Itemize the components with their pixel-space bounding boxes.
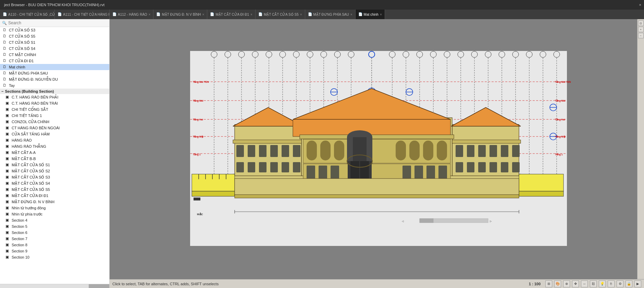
paint-button[interactable]: 🎨 [554, 280, 561, 287]
settings-button[interactable]: ⚙ [617, 280, 623, 287]
sidebar-item-section-6[interactable]: ▣ Section 6 [0, 230, 109, 236]
sidebar-item-ct-hang-rao-trai[interactable]: ▣ C.T. HÀNG RÀO BÊN TRÁI [0, 100, 109, 106]
svg-rect-100 [402, 166, 411, 180]
section-icon: ▣ [5, 169, 10, 173]
sidebar-item-ct-hang-rao-ngoai[interactable]: ▣ CT HÀNG RÀO BÊN NGOÀI [0, 125, 109, 131]
section-icon: ▣ [5, 150, 10, 155]
zoom-in-button[interactable]: + [638, 27, 644, 32]
target-button[interactable]: ⊕ [563, 280, 570, 287]
sidebar-item-nhin-tu-phia-truoc[interactable]: ▣ Nhìn từ phía trước [0, 211, 109, 217]
zoom-fit-button[interactable]: ⊡ [638, 21, 644, 26]
tab-a112[interactable]: 📄 A112 - HÀNG RÀO × [110, 10, 153, 19]
tab-mat-cat-cua-di[interactable]: 📄 MẶT CẮT CỬA ĐI Đ1 × [207, 10, 256, 19]
svg-rect-126 [501, 162, 508, 172]
sidebar-item-chi-tiet-cong-sat[interactable]: ▣ CHI TIẾT CỔNG SẮT [0, 106, 109, 113]
section-icon: ▣ [5, 255, 10, 260]
lock-button[interactable]: 🔒 [626, 280, 632, 287]
svg-rect-121 [512, 145, 520, 157]
grid-toggle-button[interactable]: ⊞ [545, 280, 552, 287]
sidebar-item-mat-chinh[interactable]: 🗋 Mat chinh [0, 64, 109, 70]
sidebar-item-ct-cua-so-s1[interactable]: 🗋 CT CỬA SỐ S1 [0, 39, 109, 45]
sidebar-item-ct-cua-so-s4[interactable]: 🗋 CT CỬA SỐ S4 [0, 45, 109, 52]
bulb-button[interactable]: 💡 [599, 280, 606, 287]
link-button[interactable]: ⛓ [590, 280, 597, 287]
tab-close-mat-dung[interactable]: × [202, 13, 205, 16]
sidebar-item-section-5[interactable]: ▣ Section 5 [0, 223, 109, 230]
sidebar-item-section-9[interactable]: ▣ Section 9 [0, 248, 109, 254]
tab-close-phia-sau[interactable]: × [350, 13, 352, 16]
canvas-area[interactable]: ◁ [110, 19, 644, 288]
sidebar-item-nhin-tu-huong-dong[interactable]: ▣ Nhìn từ hướng đông [0, 205, 109, 211]
page-icon: 🗋 [3, 65, 8, 69]
tab-page-icon: 📄 [308, 12, 312, 16]
svg-rect-78 [300, 135, 454, 139]
svg-text:Tầng 1: Tầng 1 [193, 153, 201, 156]
tab-page-icon: 📄 [58, 12, 62, 16]
tab-page-icon: 📄 [3, 12, 7, 16]
section-icon: ▣ [5, 95, 10, 100]
tab-close-a112[interactable]: × [149, 13, 151, 16]
svg-text:Tầng Hai: Tầng Hai [555, 118, 565, 121]
tab-mat-cat-cua-so[interactable]: 📄 MẶT CẮT CỬA SỐ S5 × [256, 10, 305, 19]
sidebar-item-section-7[interactable]: ▣ Section 7 [0, 236, 109, 242]
svg-rect-127 [512, 162, 520, 172]
sidebar-item-ct-cua-so-s5[interactable]: 🗋 CT CỬA SỐ S5 [0, 33, 109, 39]
arrows-button[interactable]: ↔ [581, 280, 588, 287]
section-icon: ▣ [5, 199, 10, 204]
zoom-out-button[interactable]: − [638, 33, 644, 38]
copy-button[interactable]: ⎘ [608, 280, 615, 287]
sidebar-item-section-10[interactable]: ▣ Section 10 [0, 254, 109, 260]
sidebar-item-mat-dung-nguyen-du[interactable]: 🗋 MẶT ĐỨNG Đ. NGUYỄN DU [0, 76, 109, 82]
search-input[interactable] [8, 21, 107, 25]
building-facade-svg: ◁ [180, 44, 574, 253]
sidebar-scrollbar[interactable] [0, 284, 109, 288]
sidebar-item-mat-cat-so-s1[interactable]: ▣ MẶT CẮT CỬA SỐ S1 [0, 162, 109, 168]
svg-rect-77 [293, 119, 450, 136]
svg-rect-128 [192, 174, 235, 191]
sidebar-item-mat-cat-aa[interactable]: ▣ MẶT CẮT A-A [0, 149, 109, 156]
svg-rect-123 [467, 162, 474, 172]
sidebar-item-conzol-cua-chinh[interactable]: ▣ CONZOL CỬA CHÍNH [0, 119, 109, 125]
tab-mat-dung-phia-sau[interactable]: 📄 MẶT ĐỨNG PHÍA SAU × [305, 10, 356, 19]
sidebar-item-mat-dung-nv-binh[interactable]: ▣ MẶT ĐỨNG Đ. N V BÌNH [0, 199, 109, 205]
sidebar-item-section-4[interactable]: ▣ Section 4 [0, 217, 109, 223]
tab-mat-dung-nv-binh[interactable]: 📄 MẶT ĐỨNG Đ. N V BÌNH × [153, 10, 207, 19]
tab-page-icon-active: 📄 [358, 12, 362, 16]
tab-close-mat-cat-di[interactable]: × [250, 13, 252, 16]
move-button[interactable]: ✥ [572, 280, 579, 287]
tab-close-mat-chinh[interactable]: × [380, 13, 382, 16]
sidebar-item-mat-cat-so-s4[interactable]: ▣ MẶT CẮT CỬA SỐ S4 [0, 180, 109, 186]
sidebar-item-section-8[interactable]: ▣ Section 8 [0, 242, 109, 248]
tab-a111[interactable]: 📄 A111 - CHI TIẾT CỬA HÀNG RÀO S... × [55, 10, 110, 19]
expand-right-button[interactable]: ▶ [634, 280, 641, 287]
sidebar-item-ct-mat-chinh[interactable]: 🗋 CT MẶT CHÍNH [0, 52, 109, 58]
sidebar-item-mat-cat-so-s3[interactable]: ▣ MẶT CẮT CỬA SỐ S3 [0, 174, 109, 180]
sidebar-item-chi-tiet-tang-1[interactable]: ▣ CHI TIẾT TẦNG 1 [0, 113, 109, 119]
sidebar-item-mat-dung-phia-sau[interactable]: 🗋 MẶT ĐỨNG PHÍA SAU [0, 70, 109, 76]
tab-page-icon: 📄 [112, 12, 116, 16]
sidebar-scroll-thumb[interactable] [89, 284, 109, 288]
section-icon: ▣ [5, 230, 10, 235]
sidebar-item-hang-rao[interactable]: ▣ HÀNG RÀO [0, 137, 109, 143]
sidebar-item-mat-cat-so-s5[interactable]: ▣ MẶT CẮT CỬA SỐ S5 [0, 186, 109, 193]
sidebar-item-mat-cat-di-d1[interactable]: ▣ MẶT CẮT CỬA ĐI Đ1 [0, 193, 109, 199]
svg-rect-88 [396, 141, 406, 160]
tab-mat-chinh[interactable]: 📄 Mat chinh × [356, 10, 385, 19]
sidebar-item-ct-cua-di[interactable]: 🗋 CT CỬA ĐI Đ1 [0, 58, 109, 64]
svg-rect-114 [282, 162, 289, 172]
sidebar-item-cua-sat-tang-ham[interactable]: ▣ CỬA SẮT TẦNG HẦM [0, 131, 109, 137]
svg-rect-103 [438, 166, 447, 180]
sidebar-item-ct-cua-so-s3[interactable]: 🗋 CT CỬA SỐ S3 [0, 27, 109, 33]
sidebar-item-hang-rao-thang[interactable]: ▣ HÀNG RÀO THẲNG [0, 143, 109, 149]
svg-text:MẶC: MẶC [197, 212, 203, 216]
tab-a110[interactable]: 📄 A110 - CHI TIẾT CỬA SỐ ,CỬA ĐI × [0, 10, 55, 19]
sidebar-item-ct-hang-rao-phai[interactable]: ▣ C.T. HÀNG RÀO BÊN PHẢI [0, 94, 109, 100]
sidebar-item-mat-cat-bb[interactable]: ▣ MẶT CẮT B-B [0, 156, 109, 162]
title-close-button[interactable]: × [636, 3, 644, 7]
tab-close-mat-cat-so[interactable]: × [300, 13, 302, 16]
svg-rect-112 [259, 162, 267, 172]
svg-rect-118 [478, 145, 486, 157]
scale-label: 1 : 100 [529, 282, 541, 286]
sidebar-item-mat-cat-so-s2[interactable]: ▣ MẶT CẮT CỬA SỐ S2 [0, 168, 109, 174]
sidebar-item-tay[interactable]: 🗋 Tay [0, 82, 109, 89]
